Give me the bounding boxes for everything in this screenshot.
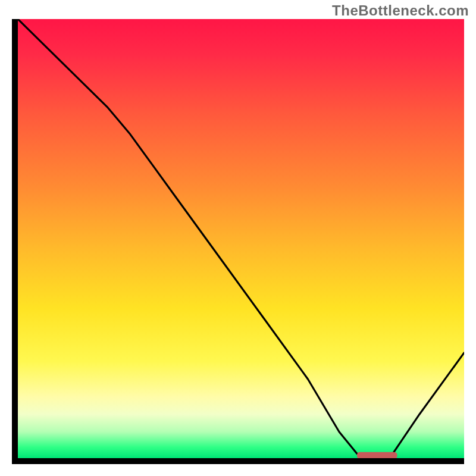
plot-area — [12, 19, 464, 464]
optimal-range-marker — [357, 452, 397, 458]
chart-svg — [18, 19, 464, 458]
watermark-label: TheBottleneck.com — [332, 2, 469, 19]
chart-container: TheBottleneck.com — [0, 0, 476, 476]
bottleneck-curve — [18, 19, 464, 454]
